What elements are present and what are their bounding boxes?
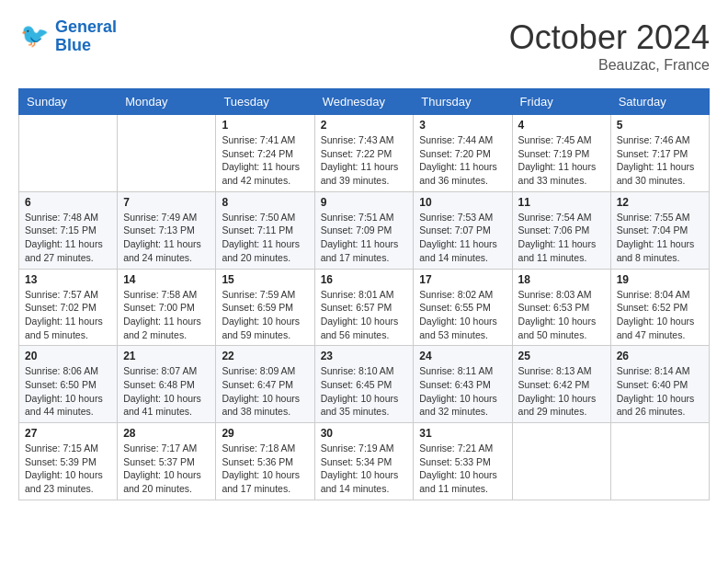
day-info: Sunrise: 7:15 AM Sunset: 5:39 PM Dayligh… <box>25 442 111 496</box>
day-number: 26 <box>617 350 703 362</box>
day-info: Sunrise: 7:17 AM Sunset: 5:37 PM Dayligh… <box>123 442 210 496</box>
day-info: Sunrise: 7:18 AM Sunset: 5:36 PM Dayligh… <box>222 442 308 496</box>
day-info: Sunrise: 7:58 AM Sunset: 7:00 PM Dayligh… <box>123 288 210 342</box>
calendar-cell: 13Sunrise: 7:57 AM Sunset: 7:02 PM Dayli… <box>19 269 118 346</box>
day-number: 24 <box>419 350 506 362</box>
day-info: Sunrise: 8:04 AM Sunset: 6:52 PM Dayligh… <box>617 288 703 342</box>
location: Beauzac, France <box>509 57 710 74</box>
calendar-cell: 15Sunrise: 7:59 AM Sunset: 6:59 PM Dayli… <box>216 269 314 346</box>
weekday-header-saturday: Saturday <box>610 89 709 115</box>
day-info: Sunrise: 8:14 AM Sunset: 6:40 PM Dayligh… <box>617 364 703 419</box>
day-number: 9 <box>321 196 408 209</box>
calendar-cell: 29Sunrise: 7:18 AM Sunset: 5:36 PM Dayli… <box>216 423 314 500</box>
day-info: Sunrise: 8:03 AM Sunset: 6:53 PM Dayligh… <box>518 288 605 342</box>
day-number: 14 <box>123 273 210 286</box>
logo-text: General Blue <box>55 18 117 55</box>
day-info: Sunrise: 7:41 AM Sunset: 7:24 PM Dayligh… <box>222 133 308 188</box>
day-info: Sunrise: 7:49 AM Sunset: 7:13 PM Dayligh… <box>123 211 210 265</box>
day-number: 29 <box>222 427 308 440</box>
day-number: 4 <box>518 119 605 132</box>
day-info: Sunrise: 7:21 AM Sunset: 5:33 PM Dayligh… <box>419 442 506 496</box>
weekday-header-wednesday: Wednesday <box>314 89 414 115</box>
calendar-cell: 11Sunrise: 7:54 AM Sunset: 7:06 PM Dayli… <box>512 191 610 269</box>
day-number: 1 <box>222 119 308 132</box>
day-info: Sunrise: 8:06 AM Sunset: 6:50 PM Dayligh… <box>25 364 111 419</box>
day-info: Sunrise: 8:09 AM Sunset: 6:47 PM Dayligh… <box>222 364 308 419</box>
calendar-header-row: SundayMondayTuesdayWednesdayThursdayFrid… <box>19 89 710 115</box>
day-number: 10 <box>419 196 506 209</box>
calendar-cell: 23Sunrise: 8:10 AM Sunset: 6:45 PM Dayli… <box>314 346 414 423</box>
day-info: Sunrise: 8:10 AM Sunset: 6:45 PM Dayligh… <box>321 364 408 419</box>
calendar-cell: 10Sunrise: 7:53 AM Sunset: 7:07 PM Dayli… <box>414 191 512 269</box>
day-number: 12 <box>617 196 703 209</box>
day-info: Sunrise: 7:44 AM Sunset: 7:20 PM Dayligh… <box>419 133 506 188</box>
calendar-cell: 16Sunrise: 8:01 AM Sunset: 6:57 PM Dayli… <box>314 269 414 346</box>
calendar-cell: 8Sunrise: 7:50 AM Sunset: 7:11 PM Daylig… <box>216 191 314 269</box>
day-number: 18 <box>518 273 605 286</box>
calendar-cell: 21Sunrise: 8:07 AM Sunset: 6:48 PM Dayli… <box>118 346 216 423</box>
day-info: Sunrise: 7:19 AM Sunset: 5:34 PM Dayligh… <box>321 442 408 496</box>
calendar-cell <box>118 115 216 192</box>
calendar-week-1: 1Sunrise: 7:41 AM Sunset: 7:24 PM Daylig… <box>19 115 710 192</box>
day-info: Sunrise: 7:53 AM Sunset: 7:07 PM Dayligh… <box>419 211 506 265</box>
weekday-header-thursday: Thursday <box>414 89 512 115</box>
day-info: Sunrise: 7:48 AM Sunset: 7:15 PM Dayligh… <box>25 211 111 265</box>
calendar-cell: 4Sunrise: 7:45 AM Sunset: 7:19 PM Daylig… <box>512 115 610 192</box>
day-number: 7 <box>123 196 210 209</box>
day-info: Sunrise: 7:46 AM Sunset: 7:17 PM Dayligh… <box>617 133 703 188</box>
day-number: 11 <box>518 196 605 209</box>
calendar-cell: 7Sunrise: 7:49 AM Sunset: 7:13 PM Daylig… <box>118 191 216 269</box>
page-header: 🐦 General Blue October 2024 Beauzac, Fra… <box>18 18 710 74</box>
calendar-week-4: 20Sunrise: 8:06 AM Sunset: 6:50 PM Dayli… <box>19 346 710 423</box>
weekday-header-sunday: Sunday <box>19 89 118 115</box>
day-info: Sunrise: 8:11 AM Sunset: 6:43 PM Dayligh… <box>419 364 506 419</box>
day-number: 28 <box>123 427 210 440</box>
calendar-cell <box>512 423 610 500</box>
calendar-cell: 30Sunrise: 7:19 AM Sunset: 5:34 PM Dayli… <box>314 423 414 500</box>
day-number: 27 <box>25 427 111 440</box>
calendar-body: 1Sunrise: 7:41 AM Sunset: 7:24 PM Daylig… <box>19 115 710 500</box>
weekday-header-friday: Friday <box>512 89 610 115</box>
calendar-week-5: 27Sunrise: 7:15 AM Sunset: 5:39 PM Dayli… <box>19 423 710 500</box>
day-info: Sunrise: 8:07 AM Sunset: 6:48 PM Dayligh… <box>123 364 210 419</box>
weekday-header-tuesday: Tuesday <box>216 89 314 115</box>
calendar-cell: 24Sunrise: 8:11 AM Sunset: 6:43 PM Dayli… <box>414 346 512 423</box>
day-number: 19 <box>617 273 703 286</box>
day-info: Sunrise: 7:50 AM Sunset: 7:11 PM Dayligh… <box>222 211 308 265</box>
day-number: 30 <box>321 427 408 440</box>
calendar-cell: 9Sunrise: 7:51 AM Sunset: 7:09 PM Daylig… <box>314 191 414 269</box>
calendar-cell: 26Sunrise: 8:14 AM Sunset: 6:40 PM Dayli… <box>610 346 709 423</box>
day-number: 20 <box>25 350 111 362</box>
logo-icon: 🐦 <box>18 20 51 53</box>
day-number: 17 <box>419 273 506 286</box>
calendar-cell <box>610 423 709 500</box>
calendar-cell: 31Sunrise: 7:21 AM Sunset: 5:33 PM Dayli… <box>414 423 512 500</box>
svg-text:🐦: 🐦 <box>20 21 50 50</box>
day-number: 25 <box>518 350 605 362</box>
calendar-cell: 3Sunrise: 7:44 AM Sunset: 7:20 PM Daylig… <box>414 115 512 192</box>
day-info: Sunrise: 7:51 AM Sunset: 7:09 PM Dayligh… <box>321 211 408 265</box>
day-number: 16 <box>321 273 408 286</box>
calendar-cell: 12Sunrise: 7:55 AM Sunset: 7:04 PM Dayli… <box>610 191 709 269</box>
weekday-header-monday: Monday <box>118 89 216 115</box>
day-info: Sunrise: 8:01 AM Sunset: 6:57 PM Dayligh… <box>321 288 408 342</box>
calendar-cell: 19Sunrise: 8:04 AM Sunset: 6:52 PM Dayli… <box>610 269 709 346</box>
calendar-table: SundayMondayTuesdayWednesdayThursdayFrid… <box>18 88 710 500</box>
day-number: 22 <box>222 350 308 362</box>
calendar-cell: 25Sunrise: 8:13 AM Sunset: 6:42 PM Dayli… <box>512 346 610 423</box>
day-number: 23 <box>321 350 408 362</box>
month-title: October 2024 <box>509 18 710 57</box>
calendar-cell: 22Sunrise: 8:09 AM Sunset: 6:47 PM Dayli… <box>216 346 314 423</box>
day-number: 2 <box>321 119 408 132</box>
day-info: Sunrise: 7:55 AM Sunset: 7:04 PM Dayligh… <box>617 211 703 265</box>
day-number: 31 <box>419 427 506 440</box>
calendar-cell: 20Sunrise: 8:06 AM Sunset: 6:50 PM Dayli… <box>19 346 118 423</box>
day-number: 8 <box>222 196 308 209</box>
calendar-cell: 6Sunrise: 7:48 AM Sunset: 7:15 PM Daylig… <box>19 191 118 269</box>
calendar-cell: 18Sunrise: 8:03 AM Sunset: 6:53 PM Dayli… <box>512 269 610 346</box>
day-number: 5 <box>617 119 703 132</box>
calendar-cell: 1Sunrise: 7:41 AM Sunset: 7:24 PM Daylig… <box>216 115 314 192</box>
calendar-week-3: 13Sunrise: 7:57 AM Sunset: 7:02 PM Dayli… <box>19 269 710 346</box>
calendar-cell: 5Sunrise: 7:46 AM Sunset: 7:17 PM Daylig… <box>610 115 709 192</box>
day-info: Sunrise: 7:54 AM Sunset: 7:06 PM Dayligh… <box>518 211 605 265</box>
